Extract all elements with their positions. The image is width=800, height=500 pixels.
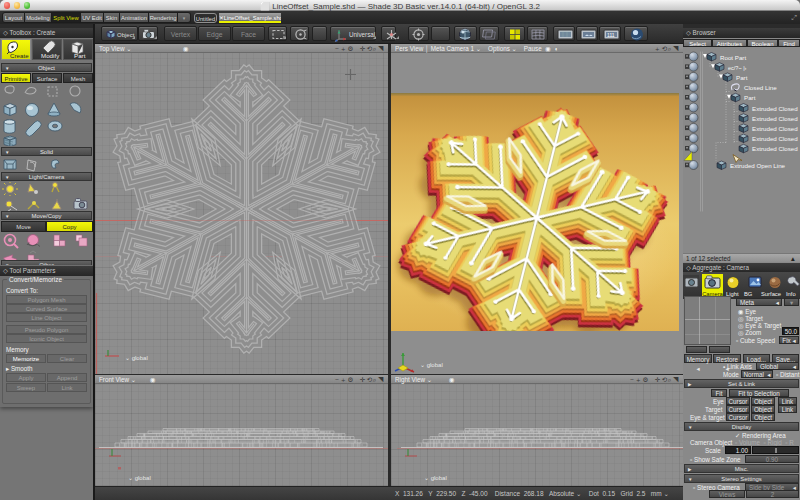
svg-text:Object: Object xyxy=(117,32,135,38)
svg-text:Root Part: Root Part xyxy=(720,54,746,61)
svg-text:Create: Create xyxy=(10,52,29,59)
svg-text:Extruded Closed: Extruded Closed xyxy=(752,135,798,142)
svg-text:Modify: Modify xyxy=(41,52,60,59)
svg-text:Extruded Closed: Extruded Closed xyxy=(752,115,798,122)
svg-text:Extruded Open Line: Extruded Open Line xyxy=(730,162,786,169)
svg-text:111: 111 xyxy=(607,32,615,38)
svg-text:Part: Part xyxy=(744,94,756,101)
svg-text:⌄ global: ⌄ global xyxy=(128,475,151,481)
svg-text:Universal: Universal xyxy=(349,31,375,38)
svg-text:Extruded Closed: Extruded Closed xyxy=(752,145,798,152)
svg-text:Extruded Closed: Extruded Closed xyxy=(752,125,798,132)
svg-text:⌄ global: ⌄ global xyxy=(125,355,148,361)
svg-text:Part: Part xyxy=(736,74,748,81)
svg-text:Part: Part xyxy=(74,52,86,59)
svg-text:⌄ global: ⌄ global xyxy=(424,475,447,481)
svg-text:Closed Line: Closed Line xyxy=(744,84,777,91)
svg-text:Extruded Closed: Extruded Closed xyxy=(752,105,798,112)
svg-text:ec/?~ |›: ec/?~ |› xyxy=(728,65,747,71)
